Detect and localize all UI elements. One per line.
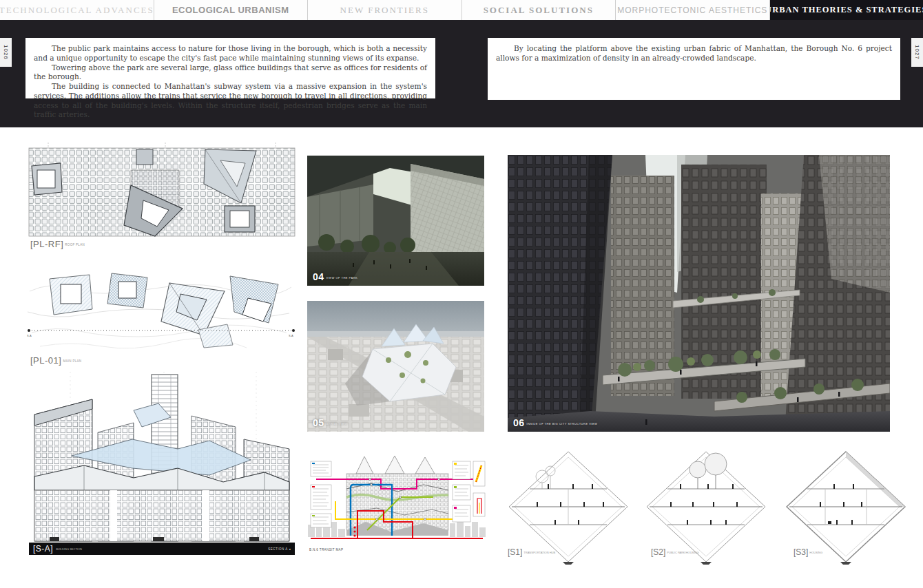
s2-label: [S2]PUBLIC PARK/HOUSING [651, 545, 698, 558]
main-plan-svg: S-A S-A [26, 264, 296, 350]
tab-social-solutions[interactable]: SOCIAL SOLUTIONS [462, 0, 616, 20]
figure-06-caption: 06INSIDE OF THE BIG CITY STRUCTURE VIEW [513, 417, 597, 428]
figure-05-caption-text: AERIAL VIEW [326, 422, 348, 426]
page-number-tab-right[interactable]: 1027 [911, 38, 923, 67]
cut-mark-left: S-A [27, 334, 32, 337]
intro-paragraph: The public park maintains access to natu… [34, 44, 427, 63]
intro-text-right: By locating the platform above the exist… [488, 38, 900, 100]
figure-04-render: 04VIEW OF THE PARK [307, 156, 484, 286]
s2-code: [S2] [651, 547, 665, 557]
intro-band: 1026 1027 The public park maintains acce… [0, 20, 923, 127]
figure-06-caption-text: INSIDE OF THE BIG CITY STRUCTURE VIEW [527, 422, 598, 426]
figure-04-caption-text: VIEW OF THE PARK [326, 276, 358, 280]
figure-04-number: 04 [313, 271, 324, 282]
roof-plan-drawing [28, 143, 296, 239]
roof-plan-label: [PL-RF]ROOF PLAN [30, 238, 85, 250]
roof-plan-code: [PL-RF] [30, 239, 63, 249]
book-spread: TECHNOLOGICAL ADVANCES ECOLOGICAL URBANI… [0, 0, 923, 588]
intro-paragraph: Towering above the park are several larg… [34, 63, 427, 83]
tab-morphotectonic-aesthetics[interactable]: MORPHOTECTONIC AESTHETICS [616, 0, 770, 20]
main-plan-name: MAIN PLAN [63, 359, 81, 363]
main-plan-code: [PL-01] [30, 355, 61, 366]
section-svg [29, 372, 295, 543]
tab-ecological-urbanism[interactable]: ECOLOGICAL URBANISM [154, 0, 309, 20]
section-name: BUILDING SECTION [56, 547, 82, 551]
intro-paragraph: The building is connected to Manhattan's… [34, 82, 427, 120]
s1-code: [S1] [508, 547, 522, 557]
s1-name: TRANSPORTATION HUB [523, 551, 555, 554]
figure-06-svg [508, 155, 890, 432]
figure-06-number: 06 [513, 417, 525, 428]
s3-name: HOUSING [809, 551, 822, 554]
s1-label: [S1]TRANSPORTATION HUB [508, 545, 555, 558]
section-right-label: SECTION A ◂ [268, 547, 291, 551]
section-label-bar: [S-A] BUILDING SECTION SECTION A ◂ [29, 543, 295, 555]
figure-05-caption: 05AERIAL VIEW [313, 417, 348, 428]
section-drawing [29, 372, 295, 543]
figure-04-svg [307, 156, 484, 286]
s2-name: PUBLIC PARK/HOUSING [667, 551, 698, 554]
tab-urban-theories-strategies-active[interactable]: URBAN THEORIES & STRATEGIES [770, 0, 923, 20]
cut-mark-right: S-A [289, 334, 293, 337]
intro-text-left: The public park maintains access to natu… [25, 38, 435, 98]
main-plan-label: [PL-01]MAIN PLAN [30, 354, 81, 366]
section-code: [S-A] [33, 544, 53, 554]
transit-map-svg [308, 453, 486, 544]
transit-map-diagram [308, 453, 486, 544]
tab-technological-advances[interactable]: TECHNOLOGICAL ADVANCES [0, 0, 154, 20]
page-number-left: 1026 [3, 45, 9, 60]
s3-code: [S3] [794, 547, 808, 557]
s3-label: [S3]HOUSING [794, 545, 822, 558]
page-number-tab-left[interactable]: 1026 [0, 38, 12, 67]
roof-plan-svg [28, 143, 296, 239]
figure-05-number: 05 [313, 417, 324, 428]
intro-paragraph: By locating the platform above the exist… [496, 44, 892, 63]
page-number-right: 1027 [914, 45, 920, 60]
figure-05-render: 05AERIAL VIEW [307, 301, 484, 432]
main-plan-drawing: S-A S-A [26, 264, 296, 350]
figure-06-render: 06INSIDE OF THE BIG CITY STRUCTURE VIEW [508, 155, 890, 432]
roof-plan-name: ROOF PLAN [65, 243, 85, 246]
transit-map-caption: B.N.6 TRANSIT MAP [309, 548, 343, 552]
figure-05-svg [307, 301, 484, 432]
figure-04-caption: 04VIEW OF THE PARK [313, 271, 357, 282]
chapter-tabbar: TECHNOLOGICAL ADVANCES ECOLOGICAL URBANI… [0, 0, 923, 20]
tab-new-frontiers[interactable]: NEW FRONTIERS [308, 0, 462, 20]
